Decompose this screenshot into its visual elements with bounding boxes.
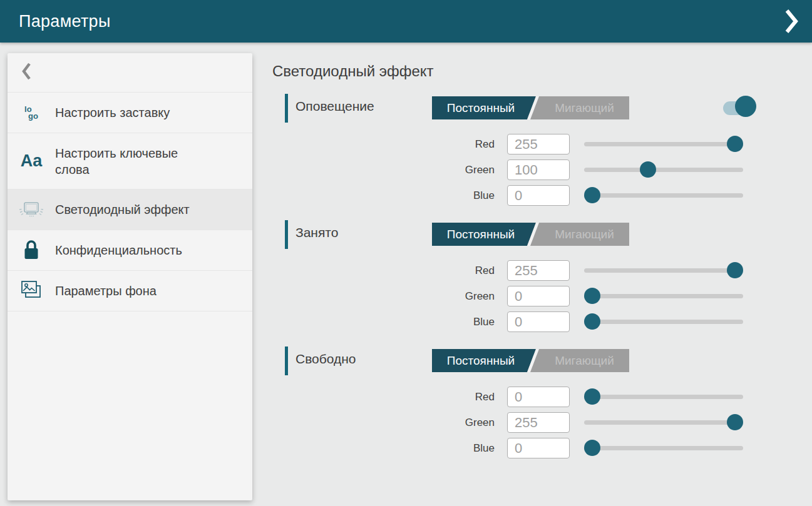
green-slider[interactable] xyxy=(584,412,743,433)
app-title: Параметры xyxy=(19,12,111,31)
slider-thumb[interactable] xyxy=(584,440,600,456)
red-value-input[interactable] xyxy=(507,134,570,154)
blue-value-input[interactable] xyxy=(507,311,570,332)
section-name: Свободно xyxy=(296,352,356,367)
red-label: Red xyxy=(285,391,495,403)
blue-label: Blue xyxy=(285,442,495,455)
section-accent-bar xyxy=(285,220,288,249)
green-row: Green xyxy=(285,412,779,433)
slider-thumb[interactable] xyxy=(727,414,743,430)
blue-row: Blue xyxy=(285,185,779,206)
notification-enabled-toggle[interactable] xyxy=(723,94,758,119)
green-label: Green xyxy=(285,290,495,303)
green-label: Green xyxy=(285,164,495,176)
logo-icon: logo xyxy=(8,106,55,119)
green-slider[interactable] xyxy=(584,159,743,180)
slider-thumb[interactable] xyxy=(584,288,600,304)
chevron-right-icon[interactable] xyxy=(782,7,801,36)
free-mode-segmented: Мигающий Постоянный xyxy=(432,349,629,372)
section-name: Оповещение xyxy=(296,99,374,114)
slider-track xyxy=(584,268,743,273)
sidebar-item-label: Параметры фона xyxy=(55,276,163,305)
led-monitor-icon xyxy=(8,199,55,220)
blue-value-input[interactable] xyxy=(507,185,570,206)
sidebar-item-led-effect[interactable]: Светодиодный эффект xyxy=(8,190,252,230)
sidebar-item-label: Настроить заставку xyxy=(55,98,176,127)
slider-thumb[interactable] xyxy=(640,161,656,178)
slider-track xyxy=(584,446,743,450)
mode-option-solid[interactable]: Постоянный xyxy=(432,223,536,246)
red-row: Red xyxy=(285,260,779,281)
red-row: Red xyxy=(285,134,779,154)
sidebar-item-screensaver[interactable]: logo Настроить заставку xyxy=(8,93,252,133)
slider-track xyxy=(584,168,743,172)
red-slider[interactable] xyxy=(584,260,743,281)
sidebar-collapse-button[interactable] xyxy=(8,53,252,93)
sidebar-item-privacy[interactable]: Конфиденциальность xyxy=(8,230,252,271)
red-slider[interactable] xyxy=(584,134,743,154)
slider-thumb[interactable] xyxy=(584,388,600,405)
red-row: Red xyxy=(285,387,779,407)
sidebar-item-background[interactable]: Параметры фона xyxy=(8,271,252,311)
settings-sidebar: logo Настроить заставку Aa Настроить клю… xyxy=(8,53,252,500)
blue-slider[interactable] xyxy=(584,185,743,206)
red-label: Red xyxy=(285,265,495,277)
app-header: Параметры xyxy=(0,0,812,43)
section-busy: Занято Мигающий Постоянный Red Green xyxy=(285,220,779,249)
notification-mode-segmented: Мигающий Постоянный xyxy=(432,96,629,119)
green-row: Green xyxy=(285,159,779,180)
blue-row: Blue xyxy=(285,311,779,332)
sidebar-item-label: Конфиденциальность xyxy=(55,236,188,265)
green-slider[interactable] xyxy=(584,286,743,306)
keywords-icon: Aa xyxy=(8,151,55,171)
green-row: Green xyxy=(285,286,779,306)
red-value-input[interactable] xyxy=(507,260,570,281)
green-label: Green xyxy=(285,417,495,429)
background-images-icon xyxy=(8,280,55,301)
mode-option-solid[interactable]: Постоянный xyxy=(432,96,536,119)
slider-thumb[interactable] xyxy=(727,262,743,278)
sidebar-item-label: Настроить ключевые слова xyxy=(55,139,212,184)
sidebar-item-label: Светодиодный эффект xyxy=(55,195,196,224)
mode-option-blinking[interactable]: Мигающий xyxy=(540,349,629,372)
page-title: Светодиодный эффект xyxy=(272,63,434,80)
section-free: Свободно Мигающий Постоянный Red Green xyxy=(285,347,779,375)
slider-thumb[interactable] xyxy=(727,136,743,152)
mode-option-solid[interactable]: Постоянный xyxy=(432,349,536,372)
blue-label: Blue xyxy=(285,316,495,328)
blue-slider[interactable] xyxy=(584,311,743,332)
slider-track xyxy=(584,193,743,198)
slider-track xyxy=(584,142,743,146)
green-value-input[interactable] xyxy=(507,286,570,306)
slider-track xyxy=(584,320,743,324)
blue-value-input[interactable] xyxy=(507,438,570,458)
busy-mode-segmented: Мигающий Постоянный xyxy=(432,223,629,246)
green-value-input[interactable] xyxy=(507,159,570,180)
red-value-input[interactable] xyxy=(507,387,570,407)
slider-track xyxy=(584,395,743,399)
blue-row: Blue xyxy=(285,438,779,458)
green-value-input[interactable] xyxy=(507,412,570,433)
section-accent-bar xyxy=(285,94,288,123)
blue-slider[interactable] xyxy=(584,438,743,458)
slider-track xyxy=(584,420,743,425)
section-name: Занято xyxy=(296,225,338,240)
section-accent-bar xyxy=(285,347,288,375)
slider-thumb[interactable] xyxy=(584,313,600,330)
slider-track xyxy=(584,294,743,298)
mode-option-blinking[interactable]: Мигающий xyxy=(540,96,629,119)
section-notification: Оповещение Мигающий Постоянный Red xyxy=(285,94,779,123)
sidebar-item-keywords[interactable]: Aa Настроить ключевые слова xyxy=(8,133,252,190)
led-effect-page: Светодиодный эффект Оповещение Мигающий … xyxy=(272,53,783,506)
lock-icon xyxy=(8,239,55,261)
chevron-left-icon xyxy=(21,62,31,83)
toggle-knob xyxy=(735,96,756,117)
mode-option-blinking[interactable]: Мигающий xyxy=(540,223,629,246)
slider-thumb[interactable] xyxy=(584,187,600,203)
blue-label: Blue xyxy=(285,190,495,202)
red-label: Red xyxy=(285,138,495,151)
red-slider[interactable] xyxy=(584,387,743,407)
